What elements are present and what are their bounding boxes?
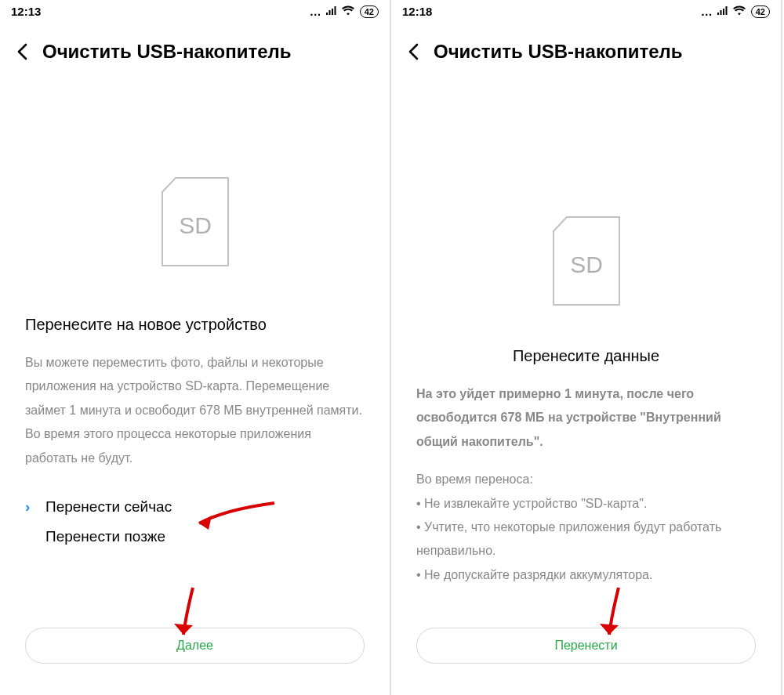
status-bar: 12:13 … 42 [0, 0, 390, 21]
svg-text:SD: SD [179, 212, 212, 238]
option-label: Перенести позже [45, 528, 165, 545]
status-icons: … 42 [310, 5, 379, 18]
signal-icon [325, 5, 338, 18]
screen-left: 12:13 … 42 Очистить USB-накопитель SD Пе… [0, 0, 391, 695]
chevron-right-icon: › [25, 498, 38, 516]
svg-text:SD: SD [570, 252, 603, 277]
option-transfer-later[interactable]: › Перенести позже [25, 528, 365, 545]
battery-level: 42 [751, 5, 770, 18]
wifi-icon [732, 5, 746, 18]
signal-icon [717, 5, 729, 18]
screen-right: 12:18 … 42 Очистить USB-накопитель SD Пе… [391, 0, 782, 695]
section-subtitle: Перенесите на новое устройство [0, 316, 390, 334]
button-label: Перенести [554, 639, 617, 653]
bullets-label: Во время переноса: [416, 468, 756, 491]
sd-card-icon: SD [391, 214, 781, 308]
back-button[interactable] [9, 38, 36, 65]
header: Очистить USB-накопитель [391, 21, 781, 73]
status-bar: 12:18 … 42 [391, 0, 781, 21]
back-button[interactable] [401, 38, 427, 65]
bullet-item: • Не допускайте разрядки аккумулятора. [416, 563, 756, 587]
option-label: Перенести сейчас [45, 498, 172, 516]
more-icon: … [310, 5, 322, 18]
description-text-2: Во время переноса: • Не извлекайте устро… [391, 468, 781, 587]
page-title: Очистить USB-накопитель [42, 41, 292, 63]
status-time: 12:18 [402, 5, 432, 18]
transfer-options: › Перенести сейчас › Перенести позже [0, 498, 390, 545]
bullet-item: • Не извлекайте устройство "SD-карта". [416, 492, 756, 516]
button-label: Далее [176, 639, 213, 653]
more-icon: … [701, 5, 713, 18]
battery-level: 42 [360, 5, 379, 18]
transfer-button[interactable]: Перенести [416, 628, 756, 664]
section-subtitle: Перенесите данные [391, 347, 781, 365]
page-title: Очистить USB-накопитель [434, 41, 683, 63]
sd-card-icon: SD [0, 175, 390, 269]
option-transfer-now[interactable]: › Перенести сейчас [25, 498, 365, 516]
status-time: 12:13 [11, 5, 41, 18]
header: Очистить USB-накопитель [0, 21, 390, 73]
status-icons: … 42 [701, 5, 770, 18]
wifi-icon [341, 5, 355, 18]
next-button[interactable]: Далее [25, 628, 365, 664]
bullet-item: • Учтите, что некоторые приложения будут… [416, 516, 756, 563]
description-text: Вы можете переместить фото, файлы и неко… [0, 351, 390, 470]
description-text-1: На это уйдет примерно 1 минута, после че… [391, 382, 781, 454]
